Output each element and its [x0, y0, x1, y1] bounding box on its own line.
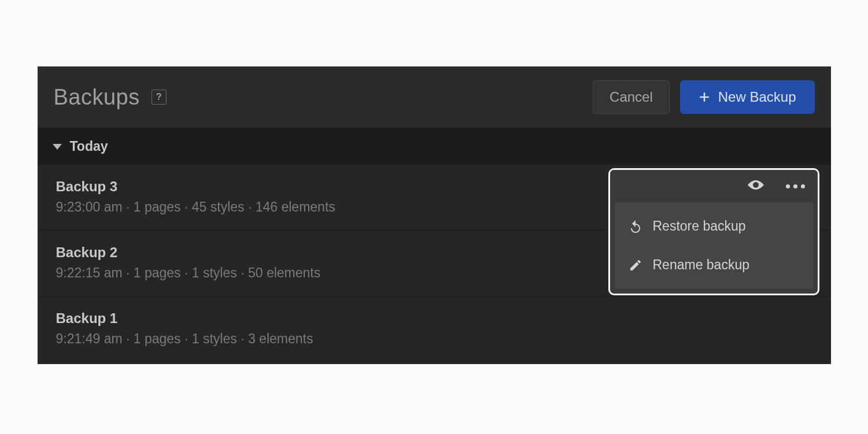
svg-point-2: [754, 183, 758, 187]
preview-icon[interactable]: [747, 178, 765, 194]
section-title: Today: [70, 139, 108, 154]
header-actions: Cancel New Backup: [593, 80, 814, 114]
plus-icon: [699, 91, 710, 103]
backup-meta: 9:21:49 am · 1 pages · 1 styles · 3 elem…: [56, 331, 812, 347]
section-header-today[interactable]: Today: [38, 128, 831, 165]
cancel-button[interactable]: Cancel: [593, 80, 670, 114]
panel-header: Backups ? Cancel New Backup: [38, 66, 831, 128]
title-area: Backups ?: [54, 85, 167, 110]
backup-name: Backup 2: [56, 244, 812, 261]
backups-panel: Backups ? Cancel New Backup Today Backup…: [38, 66, 831, 364]
backup-row[interactable]: Backup 3 9:23:00 am · 1 pages · 45 style…: [38, 165, 831, 231]
panel-title: Backups: [54, 85, 140, 110]
caret-down-icon: [53, 144, 62, 150]
more-options-icon[interactable]: [786, 184, 805, 188]
new-backup-label: New Backup: [718, 89, 796, 105]
backup-meta: 9:22:15 am · 1 pages · 1 styles · 50 ele…: [56, 265, 812, 281]
backup-row[interactable]: Backup 2 9:22:15 am · 1 pages · 1 styles…: [38, 231, 831, 296]
new-backup-button[interactable]: New Backup: [680, 80, 815, 114]
backup-name: Backup 1: [56, 310, 812, 327]
backup-row[interactable]: Backup 1 9:21:49 am · 1 pages · 1 styles…: [38, 296, 831, 364]
popover-toolbar: [610, 170, 818, 202]
backup-list: Backup 3 9:23:00 am · 1 pages · 45 style…: [38, 165, 831, 364]
help-icon[interactable]: ?: [152, 90, 167, 105]
